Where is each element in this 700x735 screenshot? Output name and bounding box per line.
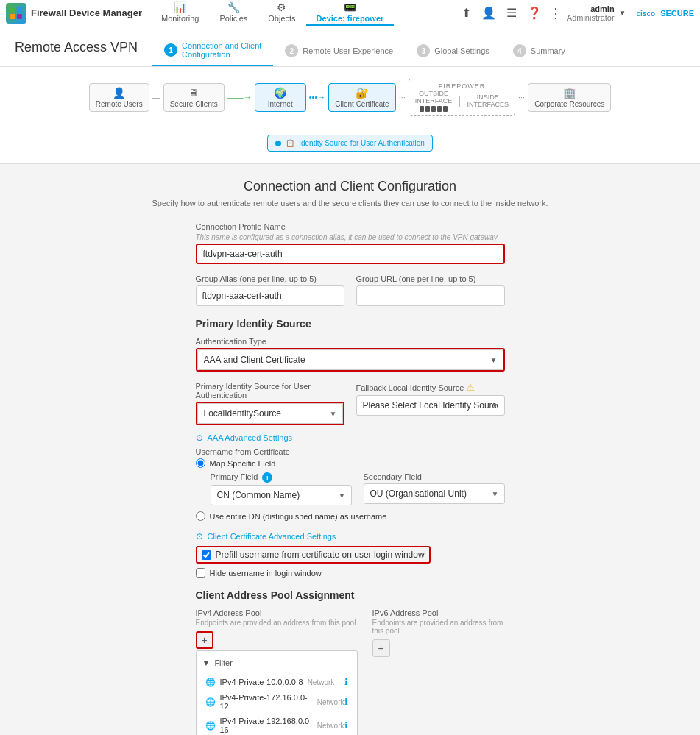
ipv4-pool-hint: Endpoints are provided an address from t… [196,619,358,627]
policies-icon: 🔧 [227,1,240,13]
cert-advanced-header[interactable]: ⊙ Client Certificate Advanced Settings [196,531,505,542]
user-info: admin Administrator [567,4,615,22]
dropdown-item-1[interactable]: 🌐 IPv4-Private-10.0.0.0-8 Network ℹ [197,674,357,690]
corporate-icon: 🏢 [563,87,576,99]
fallback-select[interactable]: Please Select Local Identity Source [356,395,505,416]
conn-profile-group: Connection Profile Name This name is con… [196,222,505,264]
hide-username-checkbox[interactable] [196,568,205,578]
secondary-field-label: Secondary Field [364,472,505,481]
flow-node-corporate[interactable]: 🏢 Corporate Resources [528,83,611,112]
nav-monitoring[interactable]: 📊 Monitoring [151,0,209,26]
group-alias-col: Group Alias (one per line, up to 5) [196,274,344,306]
item-2-name: IPv4-Private-172.16.0.0-12 [220,693,313,711]
item-1-left: 🌐 IPv4-Private-10.0.0.0-8 Network [205,678,335,687]
connector-4: ··· [396,93,409,102]
dropdown-item-3[interactable]: 🌐 IPv4-Private-192.168.0.0-16 Network ℹ [197,714,357,735]
step-1-num: 1 [164,43,177,57]
prefill-checkbox-wrap: Prefill username from certificate on use… [196,546,431,564]
conn-profile-label: Connection Profile Name [196,222,505,231]
dropdown-scroll[interactable]: 🌐 IPv4-Private-10.0.0.0-8 Network ℹ 🌐 IP… [197,674,357,735]
dropdown-item-2[interactable]: 🌐 IPv4-Private-172.16.0.0-12 Network ℹ [197,690,357,714]
aaa-advanced-header[interactable]: ⊙ AAA Advanced Settings [196,433,505,443]
aaa-advanced-label: AAA Advanced Settings [208,433,293,442]
prefill-checkbox[interactable] [202,550,211,560]
deploy-icon[interactable]: ⬆ [459,4,474,21]
item-2-info[interactable]: ℹ [344,697,348,707]
primary-source-label: Primary Identity Source for User Authent… [196,382,344,400]
use-dn-radio[interactable] [196,511,205,521]
flow-node-remote-users[interactable]: 👤 Remote Users [89,83,149,112]
auth-type-select[interactable]: AAA Only AAA and Client Certificate Clie… [197,349,503,370]
item-3-info[interactable]: ℹ [344,720,348,731]
ipv6-pool-col: IPv6 Address Pool Endpoints are provided… [372,608,505,735]
app-title: Firewall Device Manager [31,7,142,18]
svg-rect-1 [17,7,22,13]
corporate-label: Corporate Resources [534,100,604,108]
nav-device[interactable]: 📟 Device: firepower [306,0,395,26]
nav-right: ⬆ 👤 ☰ ❓ ⋮ admin Administrator ▼ cisco SE… [459,4,694,22]
svg-rect-3 [17,14,22,19]
remote-users-icon: 👤 [113,87,125,99]
conn-profile-input[interactable] [196,244,505,264]
nav-objects[interactable]: ⚙ Objects [258,0,305,26]
primary-source-select[interactable]: LocalIdentitySource AD RADIUS [197,403,343,424]
nav-policies[interactable]: 🔧 Policies [209,0,258,26]
radio-group: Map Specific Field [196,458,505,468]
primary-field-wrap: CN (Common Name) E (Email) SAN-UPN UID ▼ [211,485,352,505]
step-1-label: Connection and ClientConfiguration [182,41,261,59]
flow-node-client-cert[interactable]: 🔐 Client Certificate [328,83,395,112]
section-subtitle: Specify how to authenticate remote users… [29,199,671,207]
conn-profile-hint: This name is configured as a connection … [196,233,505,241]
identity-dot [275,141,281,146]
help-icon[interactable]: ❓ [524,4,545,21]
ipv6-pool-add-btn[interactable]: + [372,639,390,657]
group-url-input[interactable] [356,285,505,306]
outside-interface: OUTSIDE INTERFACE [415,90,453,112]
filter-icon: ▼ [202,658,211,667]
primary-identity-section: Primary Identity Source Authentication T… [196,318,505,735]
primary-field-label: Primary Field i [211,472,352,483]
secondary-field-wrap: OU (Organisational Unit) CN (Common Name… [364,483,505,504]
identity-source-node[interactable]: 📋 Identity Source for User Authenticatio… [267,135,433,152]
map-specific-label: Map Specific Field [210,459,276,468]
primary-field-info[interactable]: i [262,472,272,483]
item-3-icon: 🌐 [205,721,216,731]
section-title: Connection and Client Configuration [29,179,671,194]
radio-use-dn[interactable]: Use entire DN (distinguished name) as us… [196,511,505,521]
notifications-icon[interactable]: 👤 [478,4,499,21]
step-3-label: Global Settings [434,46,489,55]
wizard-step-3[interactable]: 3 Global Settings [405,38,501,63]
auth-type-wrap: AAA Only AAA and Client Certificate Clie… [196,348,505,372]
cert-advanced-label: Client Certificate Advanced Settings [208,532,336,541]
username-cert-group: Username from Certificate Map Specific F… [196,447,505,521]
use-dn-label: Use entire DN (distinguished name) as us… [210,512,387,521]
nav-objects-label: Objects [268,14,295,23]
ipv4-pool-add-btn[interactable]: + [196,631,213,649]
cisco-logo: cisco SECURE [637,9,694,18]
group-alias-input[interactable] [196,285,344,306]
source-row: Primary Identity Source for User Authent… [196,382,505,425]
item-3-name: IPv4-Private-192.168.0.0-16 [220,717,313,734]
wizard-step-4[interactable]: 4 Summary [501,38,577,63]
primary-field-select[interactable]: CN (Common Name) E (Email) SAN-UPN UID [211,485,352,505]
firepower-box: FIREPOWER OUTSIDE INTERFACE | INSIDE [409,79,515,116]
flow-node-internet[interactable]: 🌍 Internet [255,83,306,112]
fallback-col: Fallback Local Identity Source ⚠ Please … [356,382,505,425]
wizard-steps: 1 Connection and ClientConfiguration 2 R… [152,35,577,66]
radio-map-specific[interactable]: Map Specific Field [196,458,505,468]
map-specific-radio[interactable] [196,458,205,468]
firepower-sep: | [458,94,461,107]
step-4-label: Summary [531,46,565,55]
secondary-field-select[interactable]: OU (Organisational Unit) CN (Common Name… [364,483,505,504]
more-icon[interactable]: ⋮ [549,5,562,21]
wizard-step-2[interactable]: 2 Remote User Experience [273,38,405,63]
item-1-info[interactable]: ℹ [344,677,348,687]
flow-row: 👤 Remote Users — 🖥 Secure Clients ——→ 🌍 … [89,79,611,116]
help-tasks-icon[interactable]: ☰ [503,4,520,21]
item-1-type: Network [308,678,335,686]
flow-node-secure-clients[interactable]: 🖥 Secure Clients [163,83,225,112]
wizard-step-1[interactable]: 1 Connection and ClientConfiguration [152,35,273,66]
user-dropdown-icon[interactable]: ▼ [619,9,626,17]
svg-rect-0 [10,7,15,13]
auth-type-group: Authentication Type AAA Only AAA and Cli… [196,337,505,372]
